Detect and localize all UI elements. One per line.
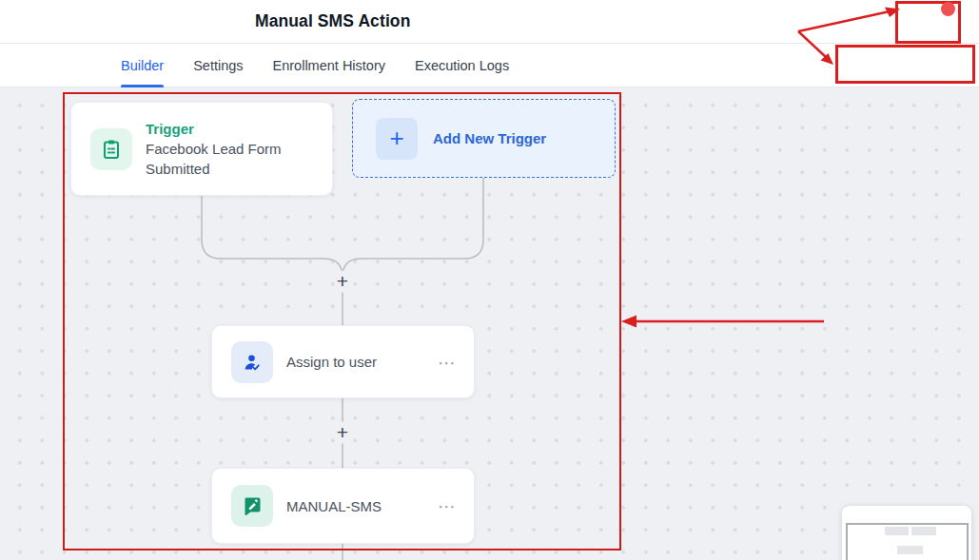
clipboard-icon bbox=[90, 128, 132, 170]
add-step-button[interactable]: + bbox=[333, 423, 352, 442]
chat-pencil-icon bbox=[231, 485, 273, 527]
action-card-manual-sms[interactable]: MANUAL-SMS ⋯ bbox=[211, 468, 475, 544]
trigger-card-subtitle: Facebook Lead Form Submitted bbox=[146, 139, 298, 179]
add-new-trigger-label: Add New Trigger bbox=[433, 130, 546, 146]
trigger-card-title: Trigger bbox=[146, 119, 298, 139]
person-check-icon bbox=[231, 341, 273, 383]
plus-icon: + bbox=[376, 118, 418, 160]
tab-builder[interactable]: Builder bbox=[121, 44, 164, 87]
trigger-card[interactable]: Trigger Facebook Lead Form Submitted bbox=[70, 102, 333, 196]
action-card-label: MANUAL-SMS bbox=[286, 498, 382, 514]
action-card-label: Assign to user bbox=[286, 354, 377, 370]
tab-enrollment-history[interactable]: Enrollment History bbox=[273, 44, 385, 87]
tab-execution-logs[interactable]: Execution Logs bbox=[415, 44, 509, 87]
tab-bar: Builder Settings Enrollment History Exec… bbox=[0, 44, 979, 87]
card-menu-button[interactable]: ⋯ bbox=[438, 495, 457, 517]
minimap-viewport bbox=[846, 523, 969, 560]
page-title: Manual SMS Action bbox=[255, 11, 410, 31]
tab-settings[interactable]: Settings bbox=[193, 44, 243, 87]
add-step-button[interactable]: + bbox=[333, 272, 352, 291]
minimap-node bbox=[897, 546, 923, 554]
canvas-minimap[interactable] bbox=[842, 506, 971, 560]
minimap-node bbox=[885, 527, 909, 535]
action-card-assign-to-user[interactable]: Assign to user ⋯ bbox=[211, 325, 475, 398]
minimap-node bbox=[911, 527, 936, 535]
header: Manual SMS Action bbox=[0, 0, 979, 44]
add-new-trigger-button[interactable]: + Add New Trigger bbox=[352, 99, 616, 178]
card-menu-button[interactable]: ⋯ bbox=[438, 351, 457, 373]
